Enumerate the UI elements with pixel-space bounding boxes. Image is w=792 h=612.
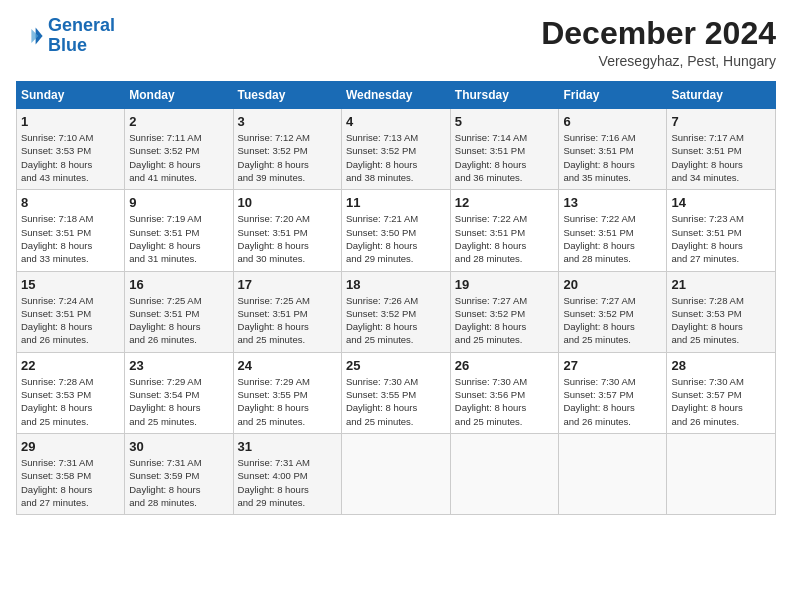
day-number: 2: [129, 114, 228, 129]
day-info: Sunrise: 7:31 AM Sunset: 3:59 PM Dayligh…: [129, 456, 228, 509]
calendar-week-row: 15Sunrise: 7:24 AM Sunset: 3:51 PM Dayli…: [17, 271, 776, 352]
calendar-cell: 24Sunrise: 7:29 AM Sunset: 3:55 PM Dayli…: [233, 352, 341, 433]
day-info: Sunrise: 7:23 AM Sunset: 3:51 PM Dayligh…: [671, 212, 771, 265]
day-info: Sunrise: 7:30 AM Sunset: 3:55 PM Dayligh…: [346, 375, 446, 428]
calendar-table: SundayMondayTuesdayWednesdayThursdayFrid…: [16, 81, 776, 515]
calendar-week-row: 1Sunrise: 7:10 AM Sunset: 3:53 PM Daylig…: [17, 109, 776, 190]
calendar-week-row: 8Sunrise: 7:18 AM Sunset: 3:51 PM Daylig…: [17, 190, 776, 271]
calendar-cell: 6Sunrise: 7:16 AM Sunset: 3:51 PM Daylig…: [559, 109, 667, 190]
calendar-week-row: 22Sunrise: 7:28 AM Sunset: 3:53 PM Dayli…: [17, 352, 776, 433]
day-number: 11: [346, 195, 446, 210]
day-number: 9: [129, 195, 228, 210]
calendar-cell: 8Sunrise: 7:18 AM Sunset: 3:51 PM Daylig…: [17, 190, 125, 271]
day-number: 21: [671, 277, 771, 292]
day-info: Sunrise: 7:30 AM Sunset: 3:57 PM Dayligh…: [671, 375, 771, 428]
day-info: Sunrise: 7:10 AM Sunset: 3:53 PM Dayligh…: [21, 131, 120, 184]
weekday-header-thursday: Thursday: [450, 82, 559, 109]
month-title: December 2024: [541, 16, 776, 51]
calendar-cell: 22Sunrise: 7:28 AM Sunset: 3:53 PM Dayli…: [17, 352, 125, 433]
day-number: 18: [346, 277, 446, 292]
calendar-cell: 20Sunrise: 7:27 AM Sunset: 3:52 PM Dayli…: [559, 271, 667, 352]
day-info: Sunrise: 7:28 AM Sunset: 3:53 PM Dayligh…: [21, 375, 120, 428]
calendar-cell: 28Sunrise: 7:30 AM Sunset: 3:57 PM Dayli…: [667, 352, 776, 433]
logo: General Blue: [16, 16, 115, 56]
day-info: Sunrise: 7:13 AM Sunset: 3:52 PM Dayligh…: [346, 131, 446, 184]
day-number: 25: [346, 358, 446, 373]
day-info: Sunrise: 7:28 AM Sunset: 3:53 PM Dayligh…: [671, 294, 771, 347]
calendar-cell: 10Sunrise: 7:20 AM Sunset: 3:51 PM Dayli…: [233, 190, 341, 271]
day-info: Sunrise: 7:16 AM Sunset: 3:51 PM Dayligh…: [563, 131, 662, 184]
calendar-cell: 26Sunrise: 7:30 AM Sunset: 3:56 PM Dayli…: [450, 352, 559, 433]
weekday-header-monday: Monday: [125, 82, 233, 109]
calendar-cell: 30Sunrise: 7:31 AM Sunset: 3:59 PM Dayli…: [125, 433, 233, 514]
day-number: 28: [671, 358, 771, 373]
day-info: Sunrise: 7:31 AM Sunset: 3:58 PM Dayligh…: [21, 456, 120, 509]
calendar-cell: 19Sunrise: 7:27 AM Sunset: 3:52 PM Dayli…: [450, 271, 559, 352]
location: Veresegyhaz, Pest, Hungary: [541, 53, 776, 69]
day-info: Sunrise: 7:27 AM Sunset: 3:52 PM Dayligh…: [563, 294, 662, 347]
calendar-cell: 31Sunrise: 7:31 AM Sunset: 4:00 PM Dayli…: [233, 433, 341, 514]
calendar-cell: 17Sunrise: 7:25 AM Sunset: 3:51 PM Dayli…: [233, 271, 341, 352]
calendar-week-row: 29Sunrise: 7:31 AM Sunset: 3:58 PM Dayli…: [17, 433, 776, 514]
day-number: 24: [238, 358, 337, 373]
day-info: Sunrise: 7:19 AM Sunset: 3:51 PM Dayligh…: [129, 212, 228, 265]
calendar-cell: 16Sunrise: 7:25 AM Sunset: 3:51 PM Dayli…: [125, 271, 233, 352]
calendar-cell: 18Sunrise: 7:26 AM Sunset: 3:52 PM Dayli…: [341, 271, 450, 352]
logo-line2: Blue: [48, 35, 87, 55]
calendar-cell: [667, 433, 776, 514]
day-info: Sunrise: 7:24 AM Sunset: 3:51 PM Dayligh…: [21, 294, 120, 347]
calendar-cell: 29Sunrise: 7:31 AM Sunset: 3:58 PM Dayli…: [17, 433, 125, 514]
day-info: Sunrise: 7:22 AM Sunset: 3:51 PM Dayligh…: [563, 212, 662, 265]
day-number: 4: [346, 114, 446, 129]
logo-text: General Blue: [48, 16, 115, 56]
day-number: 14: [671, 195, 771, 210]
logo-line1: General: [48, 15, 115, 35]
logo-icon: [16, 22, 44, 50]
day-number: 3: [238, 114, 337, 129]
day-number: 12: [455, 195, 555, 210]
calendar-cell: 7Sunrise: 7:17 AM Sunset: 3:51 PM Daylig…: [667, 109, 776, 190]
day-number: 16: [129, 277, 228, 292]
day-info: Sunrise: 7:31 AM Sunset: 4:00 PM Dayligh…: [238, 456, 337, 509]
day-number: 31: [238, 439, 337, 454]
calendar-cell: 11Sunrise: 7:21 AM Sunset: 3:50 PM Dayli…: [341, 190, 450, 271]
calendar-cell: 15Sunrise: 7:24 AM Sunset: 3:51 PM Dayli…: [17, 271, 125, 352]
day-info: Sunrise: 7:30 AM Sunset: 3:56 PM Dayligh…: [455, 375, 555, 428]
calendar-cell: 5Sunrise: 7:14 AM Sunset: 3:51 PM Daylig…: [450, 109, 559, 190]
weekday-header-friday: Friday: [559, 82, 667, 109]
day-info: Sunrise: 7:29 AM Sunset: 3:54 PM Dayligh…: [129, 375, 228, 428]
calendar-cell: [341, 433, 450, 514]
calendar-cell: 4Sunrise: 7:13 AM Sunset: 3:52 PM Daylig…: [341, 109, 450, 190]
calendar-cell: [559, 433, 667, 514]
calendar-cell: 23Sunrise: 7:29 AM Sunset: 3:54 PM Dayli…: [125, 352, 233, 433]
calendar-cell: 14Sunrise: 7:23 AM Sunset: 3:51 PM Dayli…: [667, 190, 776, 271]
weekday-header-row: SundayMondayTuesdayWednesdayThursdayFrid…: [17, 82, 776, 109]
day-number: 19: [455, 277, 555, 292]
day-number: 7: [671, 114, 771, 129]
day-info: Sunrise: 7:17 AM Sunset: 3:51 PM Dayligh…: [671, 131, 771, 184]
day-info: Sunrise: 7:30 AM Sunset: 3:57 PM Dayligh…: [563, 375, 662, 428]
calendar-cell: 25Sunrise: 7:30 AM Sunset: 3:55 PM Dayli…: [341, 352, 450, 433]
weekday-header-sunday: Sunday: [17, 82, 125, 109]
day-number: 13: [563, 195, 662, 210]
day-number: 5: [455, 114, 555, 129]
day-number: 26: [455, 358, 555, 373]
day-info: Sunrise: 7:18 AM Sunset: 3:51 PM Dayligh…: [21, 212, 120, 265]
day-info: Sunrise: 7:25 AM Sunset: 3:51 PM Dayligh…: [129, 294, 228, 347]
day-info: Sunrise: 7:29 AM Sunset: 3:55 PM Dayligh…: [238, 375, 337, 428]
day-number: 10: [238, 195, 337, 210]
calendar-cell: [450, 433, 559, 514]
day-number: 22: [21, 358, 120, 373]
day-info: Sunrise: 7:27 AM Sunset: 3:52 PM Dayligh…: [455, 294, 555, 347]
day-info: Sunrise: 7:14 AM Sunset: 3:51 PM Dayligh…: [455, 131, 555, 184]
day-info: Sunrise: 7:21 AM Sunset: 3:50 PM Dayligh…: [346, 212, 446, 265]
page-header: General Blue December 2024 Veresegyhaz, …: [16, 16, 776, 69]
day-info: Sunrise: 7:25 AM Sunset: 3:51 PM Dayligh…: [238, 294, 337, 347]
day-number: 15: [21, 277, 120, 292]
weekday-header-saturday: Saturday: [667, 82, 776, 109]
calendar-cell: 27Sunrise: 7:30 AM Sunset: 3:57 PM Dayli…: [559, 352, 667, 433]
day-number: 6: [563, 114, 662, 129]
calendar-cell: 12Sunrise: 7:22 AM Sunset: 3:51 PM Dayli…: [450, 190, 559, 271]
calendar-cell: 21Sunrise: 7:28 AM Sunset: 3:53 PM Dayli…: [667, 271, 776, 352]
day-number: 29: [21, 439, 120, 454]
